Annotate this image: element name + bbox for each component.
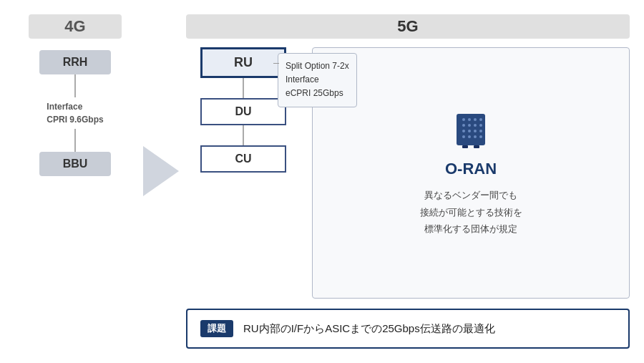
connector-du-cu [243,125,244,145]
note-badge: 課題 [200,320,233,337]
oran-title: O-RAN [445,160,497,178]
connector-rrh-bottom [74,129,76,152]
svg-point-11 [474,130,477,132]
svg-point-3 [474,118,477,121]
svg-point-15 [474,135,477,138]
cu-box: CU [200,145,286,173]
server-icon [449,108,492,151]
section-5g: 5G RU DU CU Split Option 7-2x Interface … [186,14,630,349]
note-text: RU内部のI/FからASICまでの25Gbps伝送路の最適化 [243,322,495,336]
svg-point-5 [462,124,465,127]
bbu-box: BBU [39,152,111,176]
svg-point-12 [479,130,482,132]
note-box: 課題 RU内部のI/FからASICまでの25Gbps伝送路の最適化 [186,309,630,349]
svg-rect-17 [462,145,468,148]
4g-title: 4G [29,14,122,39]
svg-point-2 [468,118,471,121]
oran-panel: O-RAN 異なるベンダー間でも 接続が可能とする技術を 標準化する団体が規定 [312,47,630,299]
svg-rect-18 [474,145,479,148]
right-arrow [143,146,179,196]
bottom-section: 課題 RU内部のI/FからASICまでの25Gbps伝送路の最適化 [186,309,630,349]
svg-point-13 [462,135,465,138]
rrh-box: RRH [39,50,111,74]
svg-point-9 [462,130,465,132]
svg-point-7 [474,124,477,127]
svg-point-6 [468,124,471,127]
callout-box: Split Option 7-2x Interface eCPRI 25Gbps [278,53,357,107]
arrow-section [136,0,186,349]
5g-title: 5G [186,14,630,39]
connector-ru-du [243,78,244,98]
main-container: 4G RRH Interface CPRI 9.6Gbps BBU 5G RU … [7,7,637,356]
du-box: DU [200,98,286,125]
callout-connector [273,63,279,64]
svg-point-1 [462,118,465,121]
5g-body: RU DU CU Split Option 7-2x Interface eCP… [186,47,630,299]
5g-stack-column: RU DU CU Split Option 7-2x Interface eCP… [186,47,301,299]
interface-label: Interface CPRI 9.6Gbps [47,97,103,129]
svg-point-16 [479,135,482,138]
oran-description: 異なるベンダー間でも 接続が可能とする技術を 標準化する団体が規定 [420,187,522,237]
svg-point-10 [468,130,471,132]
connector-rrh-top [74,74,76,97]
svg-point-4 [479,118,482,121]
svg-point-14 [468,135,471,138]
svg-point-8 [479,124,482,127]
section-4g: 4G RRH Interface CPRI 9.6Gbps BBU [14,14,136,349]
